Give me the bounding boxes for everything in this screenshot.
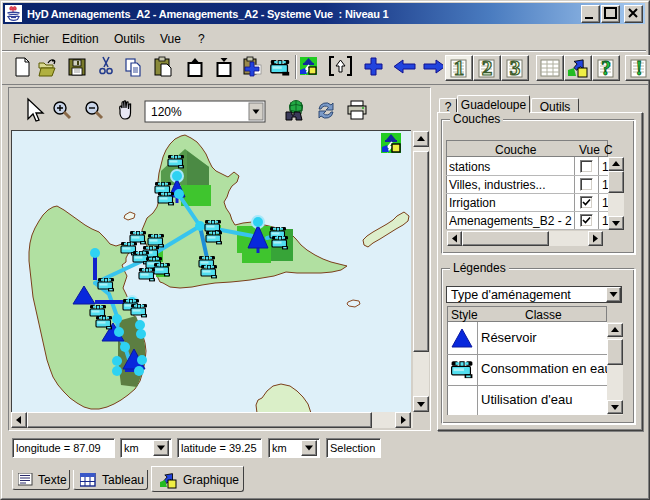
svg-text:2: 2 bbox=[482, 56, 493, 80]
svg-text:?: ? bbox=[601, 57, 611, 79]
svg-text:!: ! bbox=[636, 57, 643, 79]
svg-text:1: 1 bbox=[454, 56, 465, 80]
svg-text:3: 3 bbox=[510, 56, 521, 80]
svg-text:120%: 120% bbox=[151, 105, 182, 119]
